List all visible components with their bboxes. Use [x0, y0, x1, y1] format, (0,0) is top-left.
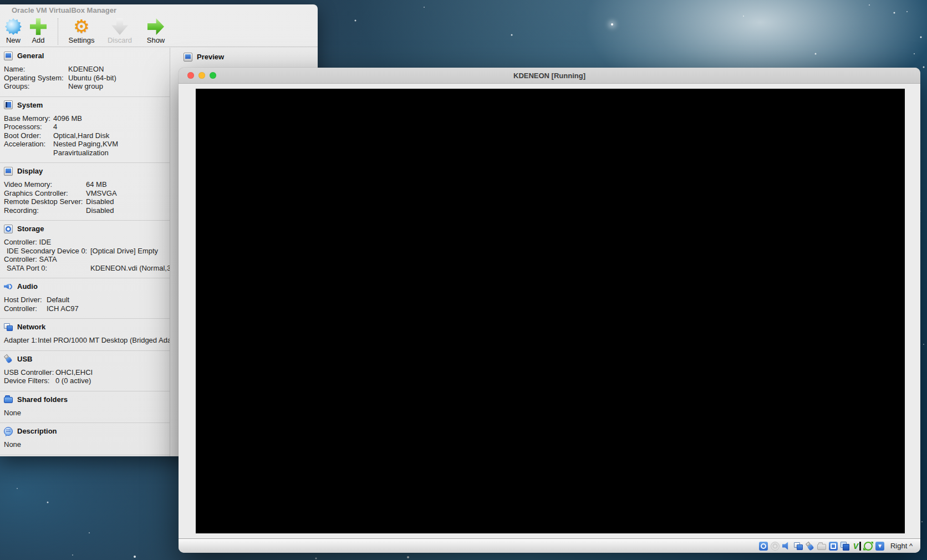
host-key-indicator[interactable]: Right ^ [890, 542, 913, 550]
toolbar-label-new: New [6, 36, 21, 44]
section-title-sharedfolders: Shared folders [17, 395, 68, 404]
shared-folders-status-icon[interactable] [817, 544, 826, 550]
recording-status-icon[interactable] [841, 542, 849, 551]
section-header-system[interactable]: System [4, 100, 170, 110]
section-title-audio: Audio [17, 282, 38, 291]
vm-window-title: KDENEON [Running] [179, 72, 920, 80]
detail-row: Groups:New group [4, 82, 170, 91]
section-header-general[interactable]: General [4, 51, 170, 60]
toolbar-label-add: Add [32, 36, 44, 44]
detail-row: Processors:4 [4, 123, 170, 131]
wallpaper-bright-star [611, 23, 613, 26]
preview-icon [184, 53, 192, 62]
detail-row: Controller:ICH AC97 [4, 304, 170, 313]
section-title-storage: Storage [17, 225, 44, 233]
status-icons-group: V▼ [759, 542, 884, 551]
new-icon [5, 18, 22, 35]
detail-label: IDE Secondary Device 0: [7, 247, 90, 256]
detail-row: Graphics Controller:VMSVGA [4, 189, 170, 198]
manager-window-title: Oracle VM VirtualBox Manager [12, 6, 116, 14]
network-status-icon[interactable] [794, 542, 803, 551]
section-title-network: Network [17, 323, 45, 331]
detail-label: Recording: [4, 206, 86, 215]
detail-row: Boot Order:Optical,Hard Disk [4, 131, 170, 140]
detail-row: USB Controller:OHCI,EHCI [4, 368, 170, 377]
audio-status-icon[interactable] [782, 542, 791, 551]
detail-row: SATA Port 0:KDENEON.vdi (Normal,36 [7, 264, 170, 273]
section-header-storage[interactable]: Storage [4, 224, 170, 233]
manager-titlebar[interactable]: Oracle VM VirtualBox Manager [0, 4, 318, 16]
usb-icon [2, 353, 14, 365]
toolbar-button-new[interactable]: New [2, 18, 24, 44]
detail-label: Base Memory: [4, 114, 53, 123]
detail-row: Host Driver:Default [4, 296, 170, 304]
vm-window-kdeneon: KDENEON [Running] V▼ Right ^ [179, 68, 920, 553]
close-button[interactable] [187, 72, 194, 79]
detail-label: None [4, 409, 21, 418]
section-header-display[interactable]: Display [4, 166, 170, 176]
section-network: NetworkAdapter 1:Intel PRO/1000 MT Deskt… [0, 319, 170, 351]
optical-drives-status-icon[interactable] [771, 542, 780, 551]
guest-screen[interactable] [196, 89, 905, 533]
detail-label: Boot Order: [4, 131, 53, 140]
detail-label: Operating System: [4, 74, 68, 83]
detail-label: Controller: SATA [4, 255, 57, 264]
sharedfolders-icon [4, 397, 13, 403]
virtualization-features-status-icon[interactable]: V [852, 542, 861, 551]
detail-label: Processors: [4, 123, 53, 131]
detail-row: Video Memory:64 MB [4, 180, 170, 189]
manager-toolbar: NewAdd⚙SettingsDiscardShow [0, 16, 318, 47]
add-icon [30, 18, 47, 35]
detail-row: Acceleration:Nested Paging,KVM Paravirtu… [4, 140, 170, 157]
section-storage: StorageController: IDEIDE Secondary Devi… [0, 221, 170, 278]
detail-value: 64 MB [86, 180, 107, 189]
toolbar-label-show: Show [147, 36, 165, 44]
toolbar-button-discard[interactable]: Discard [101, 18, 138, 44]
section-header-usb[interactable]: USB [4, 354, 170, 364]
description-icon [4, 427, 13, 436]
minimize-button[interactable] [198, 72, 205, 79]
detail-label: Name: [4, 65, 68, 74]
detail-value: Nested Paging,KVM Paravirtualization [53, 140, 118, 157]
detail-row: Device Filters:0 (0 active) [4, 376, 170, 385]
hard-disks-status-icon[interactable] [759, 542, 768, 551]
detail-label: Remote Desktop Server: [4, 197, 86, 206]
section-header-network[interactable]: Network [4, 322, 170, 332]
detail-value: Ubuntu (64-bit) [68, 74, 116, 83]
section-system: SystemBase Memory:4096 MBProcessors:4Boo… [0, 97, 170, 164]
section-title-general: General [17, 52, 44, 60]
auto-resize-status-icon[interactable] [864, 542, 873, 551]
detail-row: None [4, 440, 170, 449]
detail-value: KDENEON.vdi (Normal,36 [90, 264, 170, 273]
toolbar-button-settings[interactable]: ⚙Settings [64, 18, 99, 44]
detail-row: IDE Secondary Device 0:[Optical Drive] E… [7, 247, 170, 256]
detail-value: Intel PRO/1000 MT Desktop (Bridged Ada [38, 336, 170, 345]
display-status-icon[interactable] [829, 542, 838, 551]
detail-label: None [4, 440, 21, 449]
toolbar-label-settings: Settings [69, 36, 95, 44]
detail-label: Graphics Controller: [4, 189, 86, 198]
section-header-audio[interactable]: Audio [4, 282, 170, 291]
storage-icon [4, 225, 13, 233]
toolbar-button-show[interactable]: Show [141, 18, 170, 44]
section-header-description[interactable]: Description [4, 426, 170, 436]
zoom-button[interactable] [210, 72, 216, 79]
detail-label: SATA Port 0: [7, 264, 90, 273]
section-title-system: System [17, 101, 43, 109]
preview-header[interactable]: Preview [170, 48, 318, 62]
section-description: DescriptionNone [0, 423, 170, 455]
detail-label: Host Driver: [4, 296, 47, 304]
detail-label: Acceleration: [4, 140, 53, 157]
section-usb: USBUSB Controller:OHCI,EHCIDevice Filter… [0, 351, 170, 391]
general-icon [4, 52, 13, 60]
detail-label: Controller: [4, 304, 47, 313]
usb-status-icon[interactable] [804, 539, 816, 552]
detail-row: Remote Desktop Server:Disabled [4, 197, 170, 206]
vm-statusbar: V▼ Right ^ [179, 538, 920, 553]
show-icon [147, 18, 164, 35]
section-title-display: Display [17, 167, 43, 175]
section-header-sharedfolders[interactable]: Shared folders [4, 395, 170, 404]
vm-titlebar[interactable]: KDENEON [Running] [179, 68, 920, 84]
toolbar-button-add[interactable]: Add [26, 18, 51, 44]
mouse-integration-status-icon[interactable]: ▼ [875, 542, 884, 551]
